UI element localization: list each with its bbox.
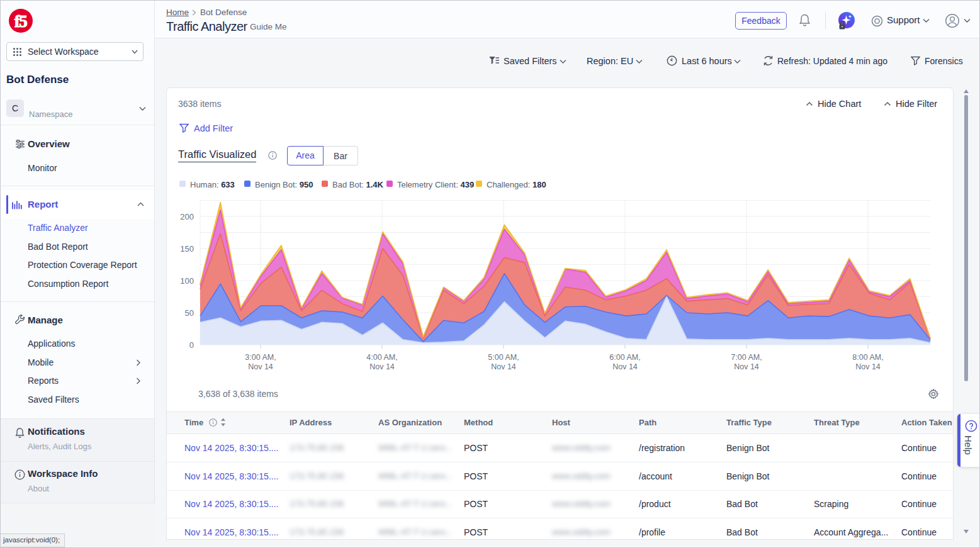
svg-text:150: 150: [180, 244, 194, 254]
svg-text:f5: f5: [14, 12, 27, 31]
svg-text:Nov 14: Nov 14: [369, 362, 395, 371]
svg-text:Nov 14: Nov 14: [612, 362, 638, 371]
svg-text:5:00 AM,: 5:00 AM,: [488, 353, 519, 362]
svg-text:6:00 AM,: 6:00 AM,: [609, 353, 640, 362]
svg-text:Nov 14: Nov 14: [855, 362, 881, 371]
svg-text:Nov 14: Nov 14: [734, 362, 759, 371]
svg-text:4:00 AM,: 4:00 AM,: [366, 353, 397, 362]
svg-text:3:00 AM,: 3:00 AM,: [245, 353, 276, 362]
svg-text:7:00 AM,: 7:00 AM,: [731, 353, 762, 362]
svg-text:0: 0: [189, 340, 194, 350]
svg-text:8:00 AM,: 8:00 AM,: [852, 353, 883, 362]
svg-text:200: 200: [180, 212, 194, 221]
svg-text:Nov 14: Nov 14: [248, 362, 273, 371]
svg-text:100: 100: [180, 276, 194, 286]
svg-text:Nov 14: Nov 14: [491, 362, 516, 371]
svg-text:50: 50: [185, 308, 194, 318]
